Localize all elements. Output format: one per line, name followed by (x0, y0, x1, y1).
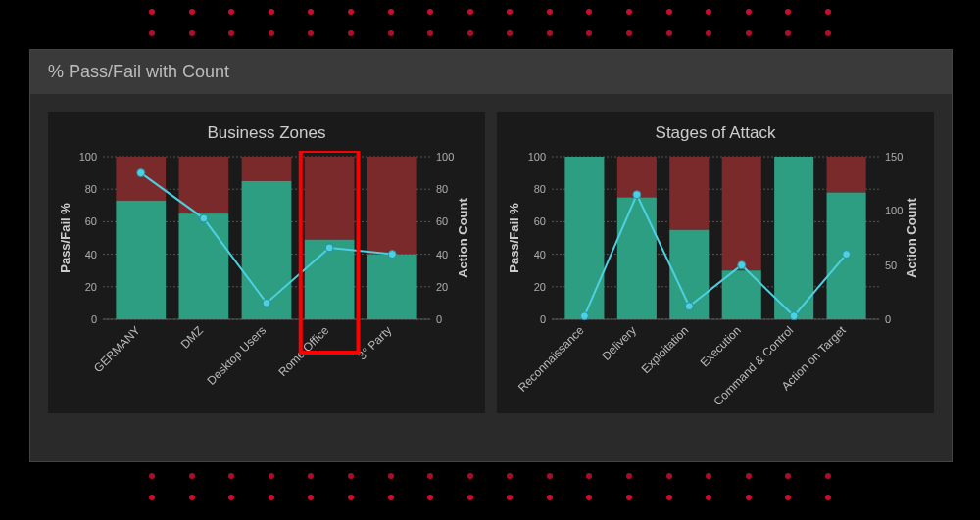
svg-text:20: 20 (534, 281, 546, 293)
x-category-label: DMZ (178, 323, 206, 351)
svg-text:0: 0 (436, 313, 442, 325)
bar-pass[interactable] (116, 201, 166, 319)
svg-text:60: 60 (436, 215, 448, 227)
svg-text:20: 20 (436, 281, 448, 293)
bar-pass[interactable] (564, 157, 604, 319)
svg-text:0: 0 (540, 313, 546, 325)
y-axis-right-label: Action Count (456, 198, 470, 278)
bar-fail[interactable] (116, 157, 166, 201)
line-point[interactable] (388, 251, 396, 259)
x-category-label: GERMANY (91, 323, 143, 375)
y-axis-left-label: Pass/Fail % (507, 203, 521, 273)
line-point[interactable] (685, 303, 693, 310)
line-point[interactable] (633, 191, 641, 199)
y-axis-right-label: Action Count (905, 198, 919, 278)
bar-pass[interactable] (368, 255, 417, 319)
bar-pass[interactable] (617, 198, 657, 320)
bar-fail[interactable] (242, 157, 292, 181)
svg-text:60: 60 (85, 215, 97, 227)
svg-text:0: 0 (91, 313, 97, 325)
svg-text:100: 100 (436, 151, 454, 163)
line-point[interactable] (790, 312, 798, 320)
chart-title-stages: Stages of Attack (505, 123, 926, 143)
svg-text:80: 80 (85, 183, 97, 195)
bar-fail[interactable] (827, 157, 866, 193)
svg-text:0: 0 (885, 313, 891, 325)
x-category-label: Delivery (599, 323, 639, 363)
svg-text:40: 40 (85, 249, 97, 260)
chart-business-zones[interactable]: Business Zones 020406080100020406080100G… (48, 112, 485, 413)
bar-pass[interactable] (242, 181, 292, 319)
bar-fail[interactable] (722, 157, 761, 270)
x-category-label: Execution (698, 323, 744, 369)
svg-text:150: 150 (885, 151, 903, 163)
svg-text:100: 100 (885, 205, 903, 216)
x-category-label: Desktop Users (205, 323, 270, 388)
x-category-label: 3° Party (355, 323, 394, 362)
svg-text:100: 100 (79, 151, 97, 163)
svg-text:40: 40 (534, 249, 546, 260)
svg-text:80: 80 (436, 183, 448, 195)
bar-pass[interactable] (774, 157, 813, 319)
x-category-label: Exploitation (639, 323, 692, 376)
bar-fail[interactable] (368, 157, 417, 255)
bar-pass[interactable] (178, 213, 228, 319)
line-point[interactable] (843, 251, 851, 259)
svg-text:50: 50 (885, 260, 897, 271)
bar-fail[interactable] (669, 157, 709, 230)
line-point[interactable] (580, 312, 588, 320)
y-axis-left-label: Pass/Fail % (58, 203, 73, 273)
svg-text:100: 100 (528, 151, 546, 163)
line-point[interactable] (738, 261, 746, 269)
bar-fail[interactable] (305, 157, 355, 240)
svg-text:20: 20 (85, 281, 97, 293)
svg-text:60: 60 (534, 215, 546, 227)
svg-text:80: 80 (534, 183, 546, 195)
chart-stages-attack[interactable]: Stages of Attack 020406080100050100150Re… (497, 112, 934, 413)
line-point[interactable] (200, 214, 208, 222)
chart-title-zones: Business Zones (56, 123, 477, 143)
line-point[interactable] (325, 244, 333, 252)
line-point[interactable] (263, 299, 270, 307)
svg-text:40: 40 (436, 249, 448, 260)
line-point[interactable] (137, 169, 145, 177)
panel-title: % Pass/Fail with Count (30, 50, 952, 94)
x-category-label: Reconnaissance (515, 323, 587, 395)
dashboard-panel: % Pass/Fail with Count ! Business Zones … (29, 49, 953, 462)
